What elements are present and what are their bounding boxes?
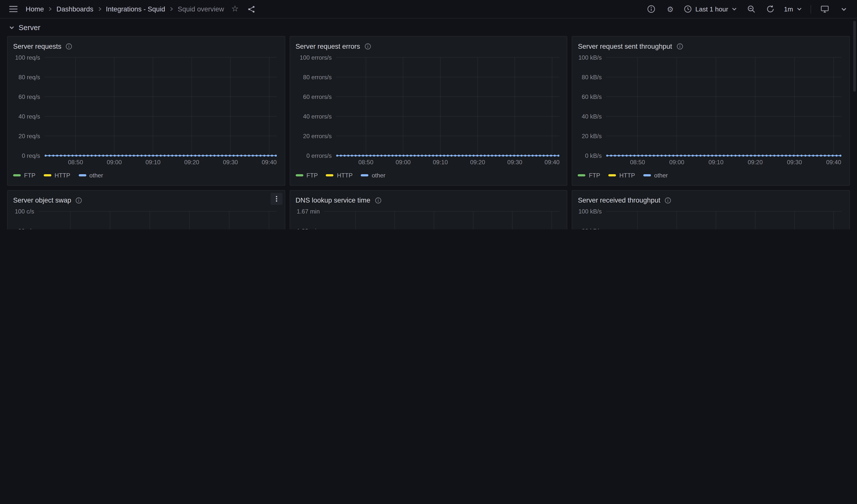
svg-text:09:30: 09:30	[787, 159, 802, 166]
panel-header: DNS lookup service time	[290, 191, 567, 206]
refresh-button[interactable]	[765, 3, 776, 15]
breadcrumb-folder[interactable]: Integrations - Squid	[106, 5, 165, 13]
svg-text:09:10: 09:10	[708, 159, 723, 166]
chart-panel: DNS lookup service time 1.67 min1.33 min…	[289, 190, 568, 229]
share-dashboard-button[interactable]	[246, 3, 257, 15]
legend-label: other	[89, 172, 103, 178]
svg-text:08:50: 08:50	[358, 159, 373, 166]
panel-title[interactable]: Server request sent throughput	[578, 42, 672, 50]
monitor-icon	[821, 5, 829, 13]
collapse-toolbar-button[interactable]	[838, 3, 849, 15]
time-range-picker[interactable]: Last 1 hour	[684, 5, 737, 13]
info-icon[interactable]	[375, 197, 381, 203]
time-range-label: Last 1 hour	[695, 5, 728, 13]
dashboard-settings-button[interactable]: ⚙	[665, 3, 676, 15]
time-series-chart[interactable]: 100 kB/s80 kB/s60 kB/s40 kB/s20 kB/s0 kB…	[576, 53, 846, 168]
breadcrumb-dashboards[interactable]: Dashboards	[56, 5, 93, 13]
chart-panel: Server received throughput 100 kB/s80 kB…	[572, 190, 850, 229]
info-icon[interactable]	[665, 197, 671, 203]
svg-text:100 c/s: 100 c/s	[15, 208, 34, 215]
panel-title[interactable]: Server request errors	[296, 42, 360, 50]
time-series-chart[interactable]: 100 req/s80 req/s60 req/s40 req/s20 req/…	[11, 53, 281, 168]
chart-legend: FTPHTTPother	[290, 168, 567, 185]
panel-title[interactable]: Server requests	[13, 42, 62, 50]
panel-header: Server object swap	[8, 191, 285, 206]
time-series-plot: 100 kB/s80 kB/s60 kB/s40 kB/s20 kB/s0 kB…	[576, 207, 846, 229]
info-icon[interactable]	[75, 197, 82, 203]
svg-text:09:10: 09:10	[146, 159, 161, 166]
time-series-chart[interactable]: 100 c/s80 c/s60 c/s40 c/s20 c/s0 c/s08:5…	[11, 207, 281, 229]
legend-label: other	[654, 172, 668, 178]
svg-text:60 kB/s: 60 kB/s	[582, 93, 602, 100]
time-series-plot: 100 req/s80 req/s60 req/s40 req/s20 req/…	[11, 53, 281, 168]
row-header-server[interactable]: Server	[0, 19, 857, 35]
breadcrumb-home[interactable]: Home	[26, 5, 44, 13]
svg-text:0 req/s: 0 req/s	[22, 152, 40, 159]
chevron-down-icon	[9, 24, 15, 31]
legend-item[interactable]: FTP	[13, 172, 36, 178]
nav-toolbar: ⚙ Last 1 hour 1m	[645, 3, 849, 15]
panel-title[interactable]: Server object swap	[13, 196, 71, 204]
dashboard-info-button[interactable]	[645, 3, 657, 15]
svg-text:09:40: 09:40	[262, 159, 276, 166]
svg-text:40 kB/s: 40 kB/s	[582, 113, 602, 120]
panel-title[interactable]: Server received throughput	[578, 196, 660, 204]
svg-text:100 req/s: 100 req/s	[15, 54, 40, 61]
panel-title[interactable]: DNS lookup service time	[296, 196, 370, 204]
svg-text:80 c/s: 80 c/s	[18, 228, 34, 229]
legend-item[interactable]: FTP	[296, 172, 318, 178]
svg-text:100 kB/s: 100 kB/s	[578, 54, 602, 61]
svg-text:40 req/s: 40 req/s	[18, 113, 40, 120]
chevron-down-icon	[796, 6, 802, 12]
legend-item[interactable]: HTTP	[326, 172, 353, 178]
zoom-out-icon	[747, 5, 755, 13]
refresh-interval-picker[interactable]: 1m	[784, 5, 802, 13]
legend-item[interactable]: other	[361, 172, 385, 178]
svg-text:60 errors/s: 60 errors/s	[303, 93, 332, 100]
legend-label: other	[372, 172, 385, 178]
time-series-chart[interactable]: 100 errors/s80 errors/s60 errors/s40 err…	[293, 53, 564, 168]
info-icon[interactable]	[66, 43, 72, 50]
legend-swatch	[578, 174, 586, 176]
panel-header: Server received throughput	[572, 191, 849, 206]
svg-text:100 errors/s: 100 errors/s	[299, 54, 332, 61]
kebab-icon	[272, 195, 280, 203]
star-dashboard-button[interactable]: ☆	[230, 3, 240, 15]
toolbar-divider	[810, 5, 811, 13]
kiosk-mode-button[interactable]	[819, 3, 830, 15]
legend-label: FTP	[306, 172, 318, 178]
time-series-chart[interactable]: 100 kB/s80 kB/s60 kB/s40 kB/s20 kB/s0 kB…	[576, 207, 846, 229]
chart-panel: Server request sent throughput 100 kB/s8…	[572, 36, 850, 186]
legend-item[interactable]: HTTP	[44, 172, 70, 178]
share-icon	[248, 5, 255, 13]
chart-panel: Server object swap 100 c/s80 c/s60 c/s40…	[7, 190, 285, 229]
time-series-chart[interactable]: 1.67 min1.33 min1 min40 s20 s0 s08:5009:…	[293, 207, 564, 229]
legend-item[interactable]: other	[78, 172, 103, 178]
svg-text:80 kB/s: 80 kB/s	[582, 74, 602, 81]
panel-menu-button[interactable]	[270, 193, 282, 205]
top-nav: Home Dashboards Integrations - Squid Squ…	[0, 0, 857, 19]
panel-header: Server request sent throughput	[572, 36, 849, 52]
svg-text:0 errors/s: 0 errors/s	[306, 152, 332, 159]
legend-label: HTTP	[619, 172, 635, 178]
svg-text:1.67 min: 1.67 min	[297, 208, 320, 215]
legend-swatch	[361, 174, 369, 176]
info-icon[interactable]	[364, 43, 371, 50]
vertical-scrollbar[interactable]	[853, 21, 856, 92]
zoom-out-time-button[interactable]	[745, 3, 757, 15]
chart-panel: Server requests 100 req/s80 req/s60 req/…	[7, 36, 285, 186]
legend-item[interactable]: HTTP	[608, 172, 635, 178]
svg-text:80 req/s: 80 req/s	[18, 74, 40, 81]
svg-text:09:00: 09:00	[396, 159, 410, 166]
legend-item[interactable]: other	[643, 172, 668, 178]
menu-toggle-button[interactable]	[8, 3, 19, 15]
dashboard-actions: ☆	[230, 3, 257, 15]
legend-item[interactable]: FTP	[578, 172, 600, 178]
svg-text:09:20: 09:20	[184, 159, 199, 166]
info-icon[interactable]	[676, 43, 683, 50]
info-circle-icon	[647, 5, 655, 13]
breadcrumb-current: Squid overview	[178, 5, 224, 13]
chevron-down-icon	[841, 6, 847, 12]
legend-swatch	[326, 174, 334, 176]
panel-header: Server requests	[8, 36, 285, 52]
